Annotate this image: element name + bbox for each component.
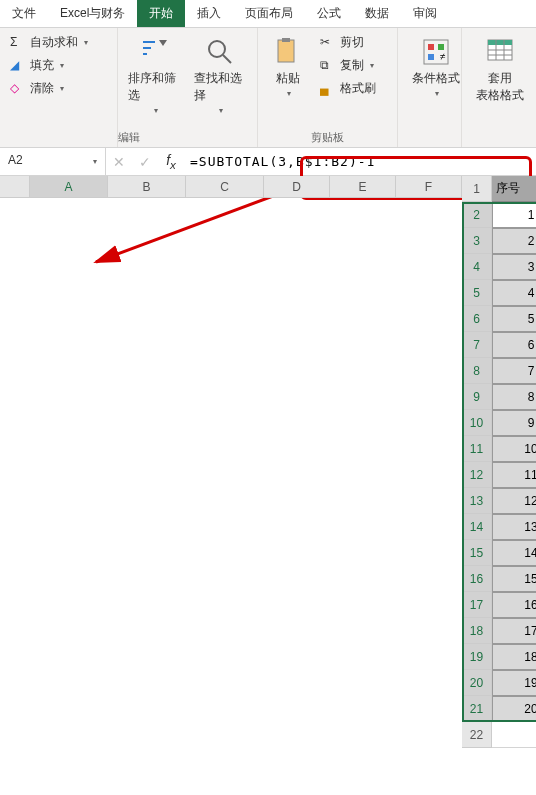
cell-seq[interactable]: 19: [492, 670, 536, 696]
name-box[interactable]: A2▾: [0, 148, 106, 175]
cell-seq[interactable]: 20: [492, 696, 536, 722]
format-painter-button[interactable]: ▄格式刷: [316, 78, 380, 99]
cell-seq[interactable]: 7: [492, 358, 536, 384]
table-format-label2: 表格格式: [476, 87, 524, 104]
table-format-label1: 套用: [488, 70, 512, 87]
cell-seq[interactable]: 6: [492, 332, 536, 358]
tab-start[interactable]: 开始: [137, 0, 185, 27]
chevron-down-icon[interactable]: ▾: [93, 153, 97, 166]
chevron-down-icon: ▾: [435, 89, 439, 98]
cell-seq[interactable]: 14: [492, 540, 536, 566]
formula-input[interactable]: =SUBTOTAL(3,B$1:B2)-1: [184, 150, 536, 173]
row-header-17[interactable]: 17: [462, 592, 492, 618]
column-header-E[interactable]: E: [330, 176, 396, 198]
accept-formula-button[interactable]: ✓: [132, 154, 158, 170]
tab-file[interactable]: 文件: [0, 0, 48, 27]
fill-icon: ◢: [10, 58, 26, 74]
cell-seq[interactable]: 1: [492, 202, 536, 228]
column-header-B[interactable]: B: [108, 176, 186, 198]
chevron-down-icon: ▾: [287, 89, 291, 98]
row-header-3[interactable]: 3: [462, 228, 492, 254]
row-header-9[interactable]: 9: [462, 384, 492, 410]
sigma-icon: Σ: [10, 35, 26, 51]
svg-rect-9: [488, 40, 512, 45]
cell-seq[interactable]: 5: [492, 306, 536, 332]
find-select-button[interactable]: 查找和选择▾: [190, 32, 252, 143]
row-header-5[interactable]: 5: [462, 280, 492, 306]
row-header-8[interactable]: 8: [462, 358, 492, 384]
row-header-15[interactable]: 15: [462, 540, 492, 566]
svg-rect-4: [428, 44, 434, 50]
autosum-label: 自动求和: [30, 34, 78, 51]
fx-icon[interactable]: fx: [158, 152, 184, 171]
cell-seq[interactable]: 10: [492, 436, 536, 462]
copy-button[interactable]: ⧉复制▾: [316, 55, 380, 76]
cell-seq[interactable]: 13: [492, 514, 536, 540]
cell-seq[interactable]: 12: [492, 488, 536, 514]
row-header-19[interactable]: 19: [462, 644, 492, 670]
autosum-button[interactable]: Σ自动求和▾: [6, 32, 111, 53]
cell-seq[interactable]: 3: [492, 254, 536, 280]
conditional-format-button[interactable]: ≠ 条件格式▾: [404, 32, 468, 102]
header-seq[interactable]: 序号▾: [492, 176, 536, 202]
conditional-format-icon: ≠: [420, 36, 452, 68]
column-header-D[interactable]: D: [264, 176, 330, 198]
cell-seq[interactable]: 9: [492, 410, 536, 436]
tab-formula[interactable]: 公式: [305, 0, 353, 27]
row-header-20[interactable]: 20: [462, 670, 492, 696]
select-all-corner[interactable]: [0, 176, 30, 198]
clear-button[interactable]: ◇清除▾: [6, 78, 111, 99]
cell-seq[interactable]: 2: [492, 228, 536, 254]
tab-review[interactable]: 审阅: [401, 0, 449, 27]
paste-button[interactable]: 粘贴▾: [264, 32, 312, 143]
row-header-18[interactable]: 18: [462, 618, 492, 644]
cell-seq[interactable]: 15: [492, 566, 536, 592]
cancel-formula-button[interactable]: ✕: [106, 154, 132, 170]
chevron-down-icon: ▾: [154, 106, 158, 115]
cell-seq[interactable]: 4: [492, 280, 536, 306]
tab-finance[interactable]: Excel与财务: [48, 0, 137, 27]
cell-empty[interactable]: [492, 722, 536, 748]
tab-data[interactable]: 数据: [353, 0, 401, 27]
row-header-12[interactable]: 12: [462, 462, 492, 488]
row-header-14[interactable]: 14: [462, 514, 492, 540]
svg-rect-5: [438, 44, 444, 50]
paste-label: 粘贴: [276, 70, 300, 87]
row-header-22[interactable]: 22: [462, 722, 492, 748]
format-painter-label: 格式刷: [340, 80, 376, 97]
row-header-1[interactable]: 1: [462, 176, 492, 202]
sort-filter-button[interactable]: 排序和筛选▾: [124, 32, 186, 143]
cell-seq[interactable]: 18: [492, 644, 536, 670]
search-icon: [204, 36, 236, 68]
tab-layout[interactable]: 页面布局: [233, 0, 305, 27]
cell-seq[interactable]: 16: [492, 592, 536, 618]
column-header-C[interactable]: C: [186, 176, 264, 198]
row-header-2[interactable]: 2: [462, 202, 492, 228]
eraser-icon: ◇: [10, 81, 26, 97]
row-header-7[interactable]: 7: [462, 332, 492, 358]
row-header-4[interactable]: 4: [462, 254, 492, 280]
row-header-10[interactable]: 10: [462, 410, 492, 436]
cell-seq[interactable]: 11: [492, 462, 536, 488]
svg-rect-1: [278, 40, 294, 62]
tab-insert[interactable]: 插入: [185, 0, 233, 27]
row-header-11[interactable]: 11: [462, 436, 492, 462]
table-format-button[interactable]: 套用 表格格式: [468, 32, 532, 108]
copy-icon: ⧉: [320, 58, 336, 74]
menu-bar: 文件 Excel与财务 开始 插入 页面布局 公式 数据 审阅: [0, 0, 536, 28]
column-header-F[interactable]: F: [396, 176, 462, 198]
row-header-13[interactable]: 13: [462, 488, 492, 514]
column-header-A[interactable]: A: [30, 176, 108, 198]
fill-button[interactable]: ◢填充▾: [6, 55, 111, 76]
row-header-16[interactable]: 16: [462, 566, 492, 592]
cell-seq[interactable]: 8: [492, 384, 536, 410]
row-header-21[interactable]: 21: [462, 696, 492, 722]
svg-text:≠: ≠: [440, 51, 446, 62]
chevron-down-icon: ▾: [60, 61, 64, 70]
table-format-icon: [484, 36, 516, 68]
row-header-6[interactable]: 6: [462, 306, 492, 332]
svg-rect-6: [428, 54, 434, 60]
svg-point-0: [209, 41, 225, 57]
cut-button[interactable]: ✂剪切: [316, 32, 380, 53]
cell-seq[interactable]: 17: [492, 618, 536, 644]
